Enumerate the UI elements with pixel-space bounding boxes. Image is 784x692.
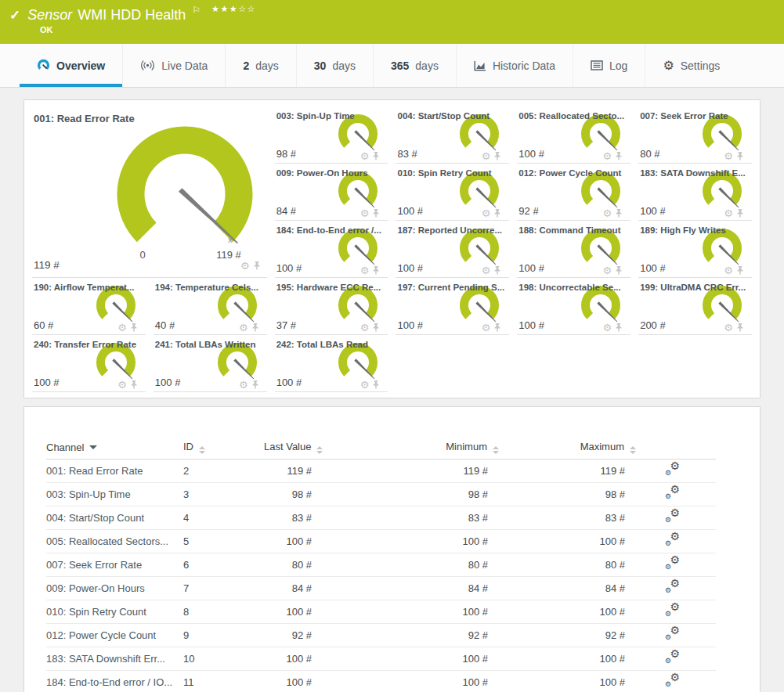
channel-gauge-cell: 190: Airflow Temperat... 60 # ⚙: [32, 278, 146, 335]
channel-gauge-cell: 189: High Fly Writes 100 # ⚙: [638, 221, 752, 278]
gear-icon[interactable]: ⚙: [360, 208, 370, 218]
pin-icon[interactable]: [615, 265, 623, 276]
tab-historic-data[interactable]: Historic Data: [456, 44, 573, 87]
gauges-panel: 001: Read Error Rate 0 119 # x̄ 119 # ⚙ …: [23, 99, 761, 398]
pin-icon[interactable]: [372, 208, 380, 218]
pin-icon[interactable]: [615, 151, 623, 161]
channel-link[interactable]: 010: Spin Retry Count: [46, 600, 183, 623]
gear-icon[interactable]: ⚙: [360, 265, 370, 276]
channel-link[interactable]: 184: End-to-End error / IO...: [46, 670, 183, 692]
column-header-maximum[interactable]: Maximum: [499, 437, 636, 459]
tab-settings[interactable]: ⚙ Settings: [645, 44, 737, 87]
tab-label: Settings: [681, 59, 721, 72]
maximum-value: 92 #: [499, 623, 636, 647]
gear-icon[interactable]: ⚙: [240, 261, 250, 271]
gear-icon[interactable]: ⚙: [239, 380, 248, 390]
channel-settings-icon[interactable]: ⚙⚙: [665, 557, 680, 570]
channel-link[interactable]: 001: Read Error Rate: [46, 459, 183, 482]
pin-icon[interactable]: [372, 323, 380, 333]
gear-icon[interactable]: ⚙: [724, 265, 733, 276]
gear-icon[interactable]: ⚙: [603, 265, 612, 276]
channel-settings-icon[interactable]: ⚙⚙: [665, 604, 680, 617]
maximum-value: 100 #: [499, 670, 636, 692]
gear-icon[interactable]: ⚙: [482, 265, 491, 276]
pin-icon[interactable]: [372, 151, 380, 161]
pin-icon[interactable]: [615, 323, 623, 333]
channel-link[interactable]: 009: Power-On Hours: [46, 576, 183, 600]
pin-icon[interactable]: [736, 323, 744, 333]
pin-icon[interactable]: [251, 380, 259, 390]
priority-stars[interactable]: ★★★☆☆: [211, 4, 256, 14]
gear-icon[interactable]: ⚙: [117, 380, 127, 390]
pin-icon[interactable]: [493, 151, 501, 161]
column-header-minimum[interactable]: Minimum: [323, 437, 499, 459]
pin-icon[interactable]: [251, 323, 259, 333]
pin-icon[interactable]: [130, 323, 138, 333]
pin-icon[interactable]: [493, 265, 501, 276]
gear-icon[interactable]: ⚙: [239, 323, 248, 333]
channel-link[interactable]: 004: Start/Stop Count: [46, 506, 183, 529]
channel-link[interactable]: 183: SATA Downshift Err...: [46, 647, 183, 670]
tab-log[interactable]: Log: [573, 44, 645, 87]
pin-icon[interactable]: [493, 208, 501, 218]
channel-link[interactable]: 012: Power Cycle Count: [46, 623, 183, 647]
channel-gauge-value: 100 #: [640, 205, 666, 217]
gear-icon[interactable]: ⚙: [360, 380, 370, 390]
channel-link[interactable]: 003: Spin-Up Time: [46, 482, 183, 506]
channel-id: 7: [183, 576, 264, 600]
gear-icon[interactable]: ⚙: [360, 151, 370, 161]
pin-icon[interactable]: [253, 261, 261, 271]
tab-number: 365: [391, 59, 409, 72]
tab-label: days: [255, 59, 279, 72]
pin-icon[interactable]: [736, 265, 744, 276]
gear-icon[interactable]: ⚙: [724, 323, 733, 333]
gear-icon[interactable]: ⚙: [724, 151, 733, 161]
gear-icon[interactable]: ⚙: [117, 323, 127, 333]
gear-icon[interactable]: ⚙: [724, 208, 733, 218]
channel-settings-icon[interactable]: ⚙⚙: [665, 674, 680, 687]
pin-icon[interactable]: [130, 380, 138, 390]
channel-gauge-value: 84 #: [276, 205, 296, 217]
channel-link[interactable]: 005: Reallocated Sectors...: [46, 529, 183, 553]
channel-gauge-cell: 005: Reallocated Secto... 100 # ⚙: [517, 106, 630, 164]
pin-icon[interactable]: [615, 208, 623, 218]
gear-icon[interactable]: ⚙: [603, 208, 612, 218]
channel-link[interactable]: 007: Seek Error Rate: [46, 553, 183, 576]
channel-settings-icon[interactable]: ⚙⚙: [665, 486, 680, 499]
gear-icon[interactable]: ⚙: [482, 151, 491, 161]
channel-settings-icon[interactable]: ⚙⚙: [665, 627, 680, 640]
tab-2-days[interactable]: 2 days: [225, 44, 295, 87]
column-header-channel[interactable]: Channel: [46, 437, 183, 459]
tab-overview[interactable]: Overview: [20, 44, 122, 87]
priority-flag-icon[interactable]: ⚐: [192, 5, 201, 16]
channel-id: 11: [183, 670, 264, 692]
pin-icon[interactable]: [372, 265, 380, 276]
gear-icon[interactable]: ⚙: [603, 151, 612, 161]
pin-icon[interactable]: [736, 208, 744, 218]
minimum-value: 83 #: [323, 506, 499, 529]
channel-settings-icon[interactable]: ⚙⚙: [665, 580, 680, 593]
gear-icon[interactable]: ⚙: [603, 323, 612, 333]
minimum-value: 80 #: [323, 553, 499, 576]
channel-gauge-value: 100 #: [518, 262, 544, 274]
gear-icon[interactable]: ⚙: [482, 208, 491, 218]
channel-settings-icon[interactable]: ⚙⚙: [665, 651, 680, 664]
tab-30-days[interactable]: 30 days: [296, 44, 373, 87]
maximum-value: 100 #: [499, 647, 636, 670]
channel-gauge-cell: 198: Uncorrectable Se... 100 # ⚙: [517, 278, 630, 335]
tab-365-days[interactable]: 365 days: [373, 44, 456, 87]
pin-icon[interactable]: [493, 323, 501, 333]
gear-icon[interactable]: ⚙: [482, 323, 491, 333]
channel-gauge-value: 100 #: [276, 262, 302, 274]
channel-settings-icon[interactable]: ⚙⚙: [665, 510, 680, 523]
channel-gauge-cell: 241: Total LBAs Written 100 # ⚙: [154, 335, 267, 392]
tab-live-data[interactable]: Live Data: [122, 44, 225, 87]
channel-gauge-value: 100 #: [397, 205, 423, 217]
gear-icon[interactable]: ⚙: [360, 323, 370, 333]
pin-icon[interactable]: [736, 151, 744, 161]
channel-settings-icon[interactable]: ⚙⚙: [665, 533, 680, 546]
column-header-id[interactable]: ID: [183, 437, 264, 459]
column-header-last-value[interactable]: Last Value: [264, 437, 323, 459]
pin-icon[interactable]: [372, 380, 380, 390]
channel-settings-icon[interactable]: ⚙⚙: [665, 463, 680, 476]
